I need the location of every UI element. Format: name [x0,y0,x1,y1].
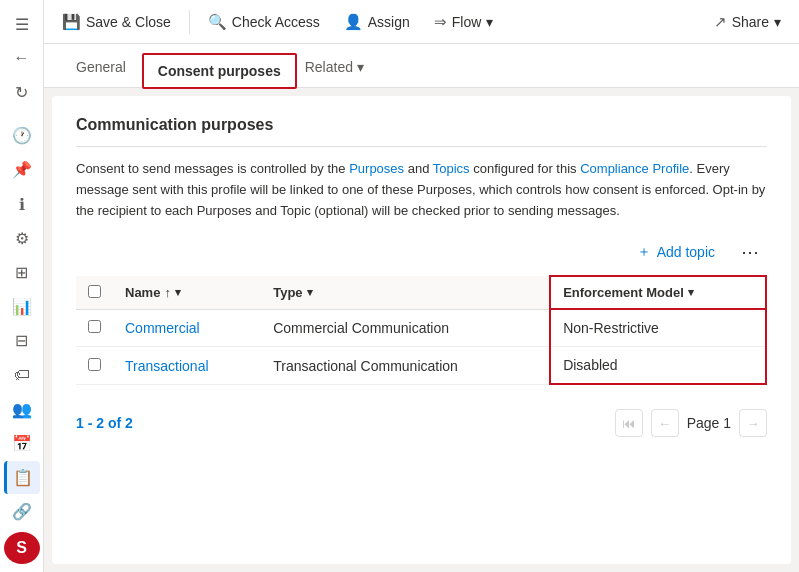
row1-type: Commercial Communication [261,309,550,347]
sidebar: ☰ ← ↻ 🕐 📌 ℹ ⚙ ⊞ 📊 ⊟ 🏷 👥 📅 📋 🔗 S [0,0,44,572]
related-dropdown-icon: ▾ [357,59,364,75]
plus-icon: ＋ [637,243,651,261]
table-row: Transactional Transactional Communicatio… [76,347,766,385]
enforcement-dropdown-icon: ▾ [688,286,694,299]
row2-enforcement: Disabled [550,347,766,385]
row1-checkbox[interactable] [76,309,113,347]
tab-consent-purposes[interactable]: Consent purposes [142,53,297,89]
more-options-button[interactable]: ⋯ [733,237,767,267]
page-navigation: ⏮ ← Page 1 → [615,409,767,437]
dashboard-icon[interactable]: ⊞ [4,256,40,288]
settings-icon[interactable]: ⚙ [4,222,40,254]
chart-icon[interactable]: 📊 [4,291,40,323]
row2-checkbox[interactable] [76,347,113,385]
link-icon[interactable]: 🔗 [4,496,40,528]
purposes-link[interactable]: Purposes [349,161,404,176]
check-access-button[interactable]: 🔍 Check Access [198,7,330,37]
compliance-profile-link[interactable]: Compliance Profile [580,161,689,176]
table-row: Commercial Commercial Communication Non-… [76,309,766,347]
flow-icon: ⇒ [434,13,447,31]
type-dropdown-icon: ▾ [307,286,313,299]
info-text: Consent to send messages is controlled b… [76,159,767,221]
user-avatar[interactable]: S [4,532,40,564]
col-enforcement-header[interactable]: Enforcement Model ▾ [550,276,766,309]
assign-icon: 👤 [344,13,363,31]
row2-type: Transactional Communication [261,347,550,385]
commercial-link[interactable]: Commercial [125,320,200,336]
save-close-button[interactable]: 💾 Save & Close [52,7,181,37]
enforcement-sort-button[interactable]: Enforcement Model ▾ [563,285,694,300]
people-icon[interactable]: 👥 [4,393,40,425]
add-topic-button[interactable]: ＋ Add topic [627,237,725,267]
sort-up-icon: ↑ [164,285,171,300]
flow-dropdown-icon: ▾ [486,14,493,30]
calendar-icon[interactable]: 📅 [4,427,40,459]
main-area: 💾 Save & Close 🔍 Check Access 👤 Assign ⇒… [44,0,799,572]
col-checkbox [76,276,113,309]
content-area: Communication purposes Consent to send m… [52,96,791,564]
share-button[interactable]: ↗ Share ▾ [704,7,791,37]
type-sort-button[interactable]: Type ▾ [273,285,312,300]
clock-icon[interactable]: 🕐 [4,120,40,152]
col-name-header[interactable]: Name ↑ ▾ [113,276,261,309]
toolbar: 💾 Save & Close 🔍 Check Access 👤 Assign ⇒… [44,0,799,44]
name-sort-button[interactable]: Name ↑ ▾ [125,285,181,300]
back-icon[interactable]: ← [4,42,40,74]
separator [189,10,190,34]
tab-related[interactable]: Related ▾ [297,49,372,87]
share-dropdown-icon: ▾ [774,14,781,30]
refresh-icon[interactable]: ↻ [4,76,40,108]
add-topic-row: ＋ Add topic ⋯ [76,237,767,267]
data-table: Name ↑ ▾ Type ▾ Enforcement Model [76,275,767,385]
info-icon[interactable]: ℹ [4,188,40,220]
page-range: 1 - 2 of 2 [76,415,133,431]
menu-icon[interactable]: ☰ [4,8,40,40]
transactional-link[interactable]: Transactional [125,358,209,374]
flow-button[interactable]: ⇒ Flow ▾ [424,7,504,37]
sort-dropdown-icon: ▾ [175,286,181,299]
tab-general[interactable]: General [60,49,142,87]
select-all-checkbox[interactable] [88,285,101,298]
active-list-icon[interactable]: 📋 [4,461,40,493]
row1-name[interactable]: Commercial [113,309,261,347]
row2-select[interactable] [88,358,101,371]
row1-enforcement: Non-Restrictive [550,309,766,347]
grid-icon[interactable]: ⊟ [4,325,40,357]
prev-page-button[interactable]: ← [651,409,679,437]
topics-link[interactable]: Topics [433,161,470,176]
page-label: Page 1 [687,415,731,431]
divider [76,146,767,147]
check-access-icon: 🔍 [208,13,227,31]
pagination: 1 - 2 of 2 ⏮ ← Page 1 → [76,401,767,445]
col-type-header[interactable]: Type ▾ [261,276,550,309]
next-page-button[interactable]: → [739,409,767,437]
pin-icon[interactable]: 📌 [4,154,40,186]
assign-button[interactable]: 👤 Assign [334,7,420,37]
tab-bar: General Consent purposes Related ▾ [44,44,799,88]
section-title: Communication purposes [76,116,767,134]
row2-name[interactable]: Transactional [113,347,261,385]
row1-select[interactable] [88,320,101,333]
first-page-button[interactable]: ⏮ [615,409,643,437]
tag-icon[interactable]: 🏷 [4,359,40,391]
share-icon: ↗ [714,13,727,31]
save-icon: 💾 [62,13,81,31]
